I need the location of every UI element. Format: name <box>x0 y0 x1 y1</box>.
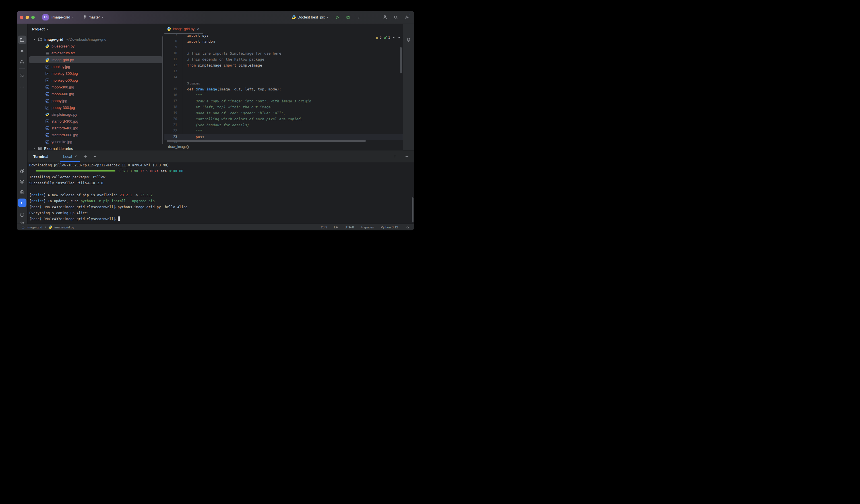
tree-item[interactable]: yosemite.jpg <box>29 138 163 145</box>
breadcrumb-function[interactable]: draw_image() <box>168 145 189 149</box>
tree-item-label: monkey-300.jpg <box>52 71 78 76</box>
warnings-indicator[interactable]: 6 <box>375 35 382 40</box>
code-line[interactable]: 22 """ <box>164 128 403 134</box>
code-line[interactable]: 9 <box>164 44 403 51</box>
line-number: 13 <box>164 68 177 74</box>
status-bar: image-grid image-grid.py 23:9LFUTF-84 sp… <box>17 224 414 230</box>
services-tool-button[interactable] <box>18 188 27 196</box>
notifications-button[interactable] <box>404 35 413 44</box>
terminal-line: 3.3/3.3 MB 13.5 MB/s eta 0:00:00 <box>28 168 414 174</box>
tree-item[interactable]: poppy-300.jpg <box>29 104 163 111</box>
commit-tool-button[interactable] <box>18 47 27 55</box>
hide-terminal-button[interactable] <box>404 153 410 160</box>
branch-switcher[interactable]: master <box>81 14 105 20</box>
tree-item[interactable]: stanford-300.jpg <box>29 118 163 125</box>
project-tool-button[interactable] <box>18 35 27 44</box>
tree-item[interactable]: monkey-300.jpg <box>29 70 163 77</box>
tree-item[interactable]: moon-600.jpg <box>29 90 163 97</box>
code-token: SimpleImage <box>236 63 262 68</box>
terminal-scrollbar[interactable] <box>412 197 414 222</box>
editor-horizontal-scrollbar[interactable] <box>167 140 366 142</box>
more-tool-windows-button[interactable] <box>18 83 27 91</box>
code-line[interactable]: 13 <box>164 68 403 74</box>
code-line[interactable]: 3 usages <box>164 80 403 86</box>
run-play-icon <box>335 15 340 20</box>
status-indicator[interactable]: LF <box>334 226 338 229</box>
close-window-button[interactable] <box>20 16 23 19</box>
tree-item[interactable]: stanford-400.jpg <box>29 125 163 131</box>
new-terminal-tab-button[interactable] <box>82 153 88 160</box>
run-button[interactable] <box>333 13 341 21</box>
code-with-me-button[interactable] <box>381 13 389 21</box>
tree-item[interactable]: image-grid.py <box>29 56 163 63</box>
code-token: def <box>187 87 196 91</box>
prev-problem-button[interactable] <box>392 36 395 39</box>
status-indicator[interactable]: 4 spaces <box>361 226 374 229</box>
code-line[interactable]: 11# This depends on the Pillow package <box>164 56 403 62</box>
code-line[interactable]: 23 pass <box>164 134 403 140</box>
code-line[interactable]: 8import random <box>164 39 403 44</box>
tree-item[interactable]: monkey-500.jpg <box>29 77 163 84</box>
code-line[interactable]: 10# This line imports SimpleImage for us… <box>164 51 403 56</box>
code-line[interactable]: 17 Draw a copy of "image" into "out", wi… <box>164 98 403 104</box>
status-indicator[interactable]: UTF-8 <box>345 226 354 229</box>
project-tree-scrollbar[interactable] <box>162 37 163 144</box>
code-line[interactable]: 14 <box>164 74 403 80</box>
ok-indicator[interactable]: 1 <box>383 35 390 40</box>
usages-inlay-hint[interactable]: 3 usages <box>187 82 200 85</box>
tree-item[interactable]: ethics-truth.txt <box>29 49 163 56</box>
tree-item[interactable]: simpleimage.py <box>29 111 163 118</box>
terminal-tab-local[interactable]: Local ✕ <box>60 150 81 162</box>
zoom-window-button[interactable] <box>31 16 35 19</box>
line-number: 19 <box>164 110 177 116</box>
tree-item[interactable]: stanford-600.jpg <box>29 131 163 138</box>
tree-item[interactable]: bluescreen.py <box>29 43 163 49</box>
tree-item[interactable]: monkey.jpg <box>29 63 163 70</box>
code-line[interactable]: 12from simpleimage import SimpleImage <box>164 62 403 68</box>
tree-item-external-libraries[interactable]: External Libraries <box>29 145 163 150</box>
editor-breadcrumbs[interactable]: draw_image() <box>164 143 403 150</box>
code-line[interactable]: 15def draw_image(image, out, left, top, … <box>164 86 403 92</box>
tree-item[interactable]: moon-300.jpg <box>29 84 163 90</box>
project-panel-header[interactable]: Project <box>28 24 164 31</box>
run-configuration-selector[interactable]: Doctest best_pix <box>290 14 330 21</box>
code-line[interactable]: 7import sys <box>164 32 403 39</box>
python-packages-tool-button[interactable] <box>18 177 27 186</box>
line-number: 20 <box>164 116 177 122</box>
terminal-options-kebab[interactable] <box>392 153 398 160</box>
python-console-tool-button[interactable] <box>18 167 27 175</box>
close-tab-button[interactable]: ✕ <box>196 27 201 31</box>
code-token: Draw a copy of "image" into "out", with … <box>187 99 311 103</box>
more-actions-kebab[interactable] <box>355 13 363 21</box>
file-lock-toggle[interactable] <box>405 225 410 230</box>
code-line[interactable]: 20 controlling which colors of each pixe… <box>164 116 403 122</box>
services-hexagon-play-icon <box>20 190 25 195</box>
image-file-icon <box>45 119 49 124</box>
project-switcher[interactable]: image-grid <box>50 14 76 20</box>
status-file-name[interactable]: image-grid.py <box>54 226 74 229</box>
code-line[interactable]: 16 """ <box>164 92 403 98</box>
code-viewport[interactable]: 7import sys8import random910# This line … <box>164 32 403 143</box>
status-indicator[interactable]: Python 3.12 <box>381 226 398 229</box>
editor-vertical-scrollbar[interactable] <box>400 47 402 73</box>
next-problem-button[interactable] <box>397 36 400 39</box>
terminal-tool-button[interactable] <box>18 199 27 207</box>
debug-button[interactable] <box>344 13 352 21</box>
status-module-name[interactable]: image-grid <box>27 226 42 229</box>
code-token: (See handout for details) <box>187 123 249 127</box>
search-everywhere-button[interactable] <box>392 13 400 21</box>
structure-tool-button[interactable] <box>18 71 27 80</box>
code-line[interactable]: 18 at (left, top) within the out image. <box>164 104 403 110</box>
code-line[interactable]: 19 Mode is one of 'red' 'green' 'blue' '… <box>164 110 403 116</box>
terminal-tab-dropdown-button[interactable] <box>92 153 98 160</box>
problems-tool-button[interactable] <box>18 211 27 219</box>
code-line[interactable]: 21 (See handout for details) <box>164 122 403 128</box>
settings-button[interactable] <box>403 13 411 21</box>
tree-item[interactable]: poppy.jpg <box>29 97 163 104</box>
tree-item-root[interactable]: image-grid~/Downloads/image-grid <box>29 36 163 43</box>
minimize-window-button[interactable] <box>26 16 29 19</box>
status-indicator[interactable]: 23:9 <box>321 226 327 229</box>
pull-requests-tool-button[interactable] <box>18 57 27 66</box>
terminal-output[interactable]: Downloading pillow-10.2.0-cp312-cp312-ma… <box>28 162 414 224</box>
close-terminal-tab-button[interactable]: ✕ <box>74 155 77 158</box>
